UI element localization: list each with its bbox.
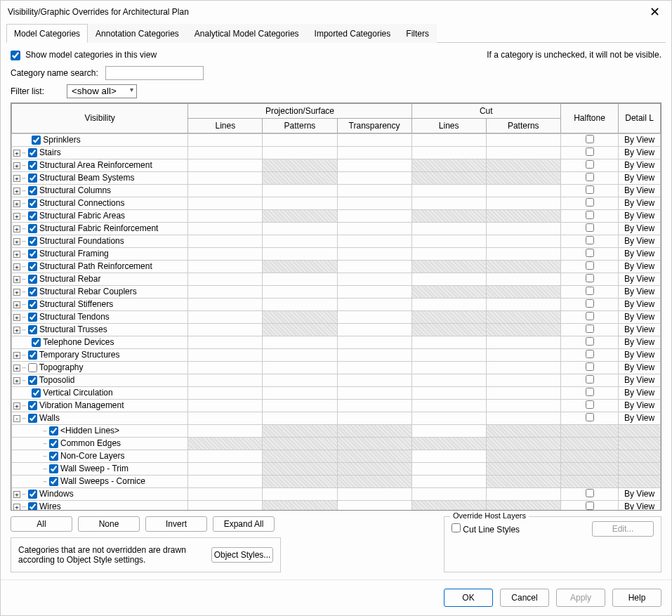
halftone-cell[interactable] bbox=[560, 197, 618, 209]
show-model-checkbox-label[interactable]: Show model categories in this view bbox=[11, 50, 157, 60]
expand-icon[interactable]: + bbox=[13, 251, 20, 258]
proj-lines-cell[interactable] bbox=[188, 133, 263, 146]
cut-patterns-cell[interactable] bbox=[486, 298, 560, 310]
transparency-cell[interactable] bbox=[337, 285, 411, 298]
cut-patterns-cell[interactable] bbox=[486, 146, 560, 159]
halftone-checkbox[interactable] bbox=[586, 287, 594, 295]
proj-patterns-cell[interactable] bbox=[263, 171, 337, 184]
transparency-cell[interactable] bbox=[337, 222, 411, 235]
proj-lines-cell[interactable] bbox=[188, 197, 263, 209]
halftone-checkbox[interactable] bbox=[586, 198, 594, 207]
category-row[interactable]: +··· Structural Path ReinforcementBy Vie… bbox=[12, 260, 661, 273]
detail-level-cell[interactable]: By View bbox=[619, 273, 661, 285]
cut-lines-cell[interactable] bbox=[411, 184, 486, 197]
proj-lines-cell[interactable] bbox=[188, 235, 263, 247]
transparency-cell[interactable] bbox=[337, 450, 411, 462]
proj-lines-cell[interactable] bbox=[188, 298, 263, 310]
tab-imported-categories[interactable]: Imported Categories bbox=[307, 24, 399, 43]
category-row[interactable]: +··· Structural FoundationsBy View bbox=[12, 235, 661, 247]
category-row[interactable]: Telephone DevicesBy View bbox=[12, 336, 661, 348]
cut-patterns-cell[interactable] bbox=[486, 323, 560, 336]
cut-patterns-cell[interactable] bbox=[486, 374, 560, 386]
proj-patterns-cell[interactable] bbox=[263, 273, 337, 285]
cut-lines-cell[interactable] bbox=[411, 222, 486, 235]
visibility-checkbox[interactable] bbox=[28, 262, 37, 271]
proj-patterns-cell[interactable] bbox=[263, 336, 337, 348]
visibility-checkbox[interactable] bbox=[32, 136, 41, 145]
expand-icon[interactable]: + bbox=[13, 150, 20, 157]
edit-button[interactable]: Edit... bbox=[592, 521, 654, 537]
cut-patterns-cell[interactable] bbox=[486, 450, 560, 462]
halftone-cell[interactable] bbox=[560, 323, 618, 336]
halftone-cell[interactable] bbox=[560, 298, 618, 310]
category-row[interactable]: +··· Structural StiffenersBy View bbox=[12, 298, 661, 310]
category-row[interactable]: +··· Structural TendonsBy View bbox=[12, 310, 661, 323]
proj-lines-cell[interactable] bbox=[188, 487, 263, 500]
transparency-cell[interactable] bbox=[337, 475, 411, 487]
detail-level-cell[interactable]: By View bbox=[619, 171, 661, 184]
cut-lines-cell[interactable] bbox=[411, 209, 486, 222]
halftone-checkbox[interactable] bbox=[586, 274, 594, 282]
transparency-cell[interactable] bbox=[337, 298, 411, 310]
halftone-cell[interactable] bbox=[560, 450, 618, 462]
category-row[interactable]: -··· WallsBy View bbox=[12, 412, 661, 424]
cut-patterns-cell[interactable] bbox=[486, 171, 560, 184]
cut-lines-cell[interactable] bbox=[411, 298, 486, 310]
halftone-checkbox[interactable] bbox=[586, 375, 594, 384]
category-row[interactable]: ··· Wall Sweep - Trim bbox=[12, 462, 661, 475]
proj-patterns-cell[interactable] bbox=[263, 285, 337, 298]
tab-analytical-model-categories[interactable]: Analytical Model Categories bbox=[187, 24, 307, 43]
expand-icon[interactable]: + bbox=[13, 352, 20, 359]
halftone-checkbox[interactable] bbox=[586, 502, 594, 510]
ok-button[interactable]: OK bbox=[444, 589, 493, 607]
halftone-cell[interactable] bbox=[560, 399, 618, 412]
halftone-cell[interactable] bbox=[560, 171, 618, 184]
proj-lines-cell[interactable] bbox=[188, 222, 263, 235]
expand-icon[interactable]: + bbox=[13, 289, 20, 296]
cut-patterns-cell[interactable] bbox=[486, 222, 560, 235]
detail-level-cell[interactable]: By View bbox=[619, 298, 661, 310]
proj-patterns-cell[interactable] bbox=[263, 374, 337, 386]
proj-lines-cell[interactable] bbox=[188, 184, 263, 197]
detail-level-cell[interactable]: By View bbox=[619, 133, 661, 146]
halftone-cell[interactable] bbox=[560, 374, 618, 386]
category-row[interactable]: +··· WiresBy View bbox=[12, 500, 661, 510]
cut-lines-cell[interactable] bbox=[411, 273, 486, 285]
expand-icon[interactable]: + bbox=[13, 188, 20, 195]
transparency-cell[interactable] bbox=[337, 146, 411, 159]
visibility-checkbox[interactable] bbox=[28, 211, 37, 221]
category-row[interactable]: +··· Structural FramingBy View bbox=[12, 247, 661, 260]
proj-lines-cell[interactable] bbox=[188, 310, 263, 323]
cut-patterns-cell[interactable] bbox=[486, 133, 560, 146]
proj-lines-cell[interactable] bbox=[188, 450, 263, 462]
halftone-cell[interactable] bbox=[560, 424, 618, 437]
detail-level-cell[interactable]: By View bbox=[619, 361, 661, 374]
expand-icon[interactable]: + bbox=[13, 225, 20, 232]
proj-patterns-cell[interactable] bbox=[263, 412, 337, 424]
cut-patterns-cell[interactable] bbox=[486, 500, 560, 510]
halftone-checkbox[interactable] bbox=[586, 148, 594, 156]
cut-patterns-cell[interactable] bbox=[486, 361, 560, 374]
proj-patterns-cell[interactable] bbox=[263, 361, 337, 374]
cancel-button[interactable]: Cancel bbox=[500, 589, 549, 607]
visibility-checkbox[interactable] bbox=[28, 313, 37, 322]
proj-lines-cell[interactable] bbox=[188, 273, 263, 285]
halftone-cell[interactable] bbox=[560, 260, 618, 273]
halftone-checkbox[interactable] bbox=[586, 489, 594, 497]
expand-icon[interactable]: + bbox=[13, 200, 20, 207]
transparency-cell[interactable] bbox=[337, 273, 411, 285]
filter-list-select[interactable]: <show all> bbox=[67, 84, 137, 98]
halftone-cell[interactable] bbox=[560, 146, 618, 159]
proj-lines-cell[interactable] bbox=[188, 159, 263, 171]
transparency-cell[interactable] bbox=[337, 247, 411, 260]
cut-lines-cell[interactable] bbox=[411, 260, 486, 273]
visibility-checkbox[interactable] bbox=[28, 502, 37, 510]
halftone-cell[interactable] bbox=[560, 209, 618, 222]
col-visibility[interactable]: Visibility bbox=[12, 103, 188, 133]
cut-lines-cell[interactable] bbox=[411, 247, 486, 260]
halftone-cell[interactable] bbox=[560, 475, 618, 487]
cut-lines-cell[interactable] bbox=[411, 374, 486, 386]
visibility-checkbox[interactable] bbox=[28, 325, 37, 334]
expand-icon[interactable]: + bbox=[13, 162, 20, 169]
expand-icon[interactable]: + bbox=[13, 301, 20, 308]
